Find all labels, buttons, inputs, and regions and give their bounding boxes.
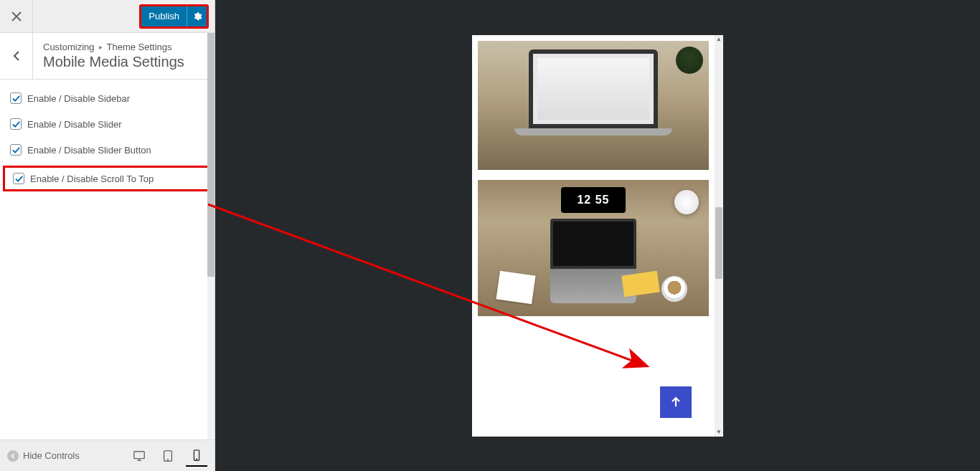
back-button[interactable] [0,33,33,79]
book-graphic [621,270,660,297]
hide-controls-button[interactable]: Hide Controls [7,450,80,462]
check-icon [15,175,23,183]
mobile-preview-frame: 12 55 ▲ ▼ [472,35,723,437]
lamp-graphic [674,190,699,214]
gear-icon [192,11,202,22]
control-label[interactable]: Enable / Disable Slider Button [27,145,151,156]
arrow-up-icon [669,396,682,409]
breadcrumb-root: Customizing [43,42,95,52]
close-customizer-button[interactable] [0,0,33,33]
sidebar-scrollbar[interactable] [207,33,215,439]
section-header: Customizing ▸ Theme Settings Mobile Medi… [0,33,215,80]
customizer-footer: Hide Controls [0,439,215,471]
mobile-content: 12 55 [478,41,709,431]
breadcrumb-parent: Theme Settings [107,42,172,52]
plant-graphic [676,47,703,74]
svg-rect-0 [134,451,144,458]
laptop-graphic [529,49,658,135]
mobile-icon [190,449,203,462]
control-label[interactable]: Enable / Disable Scroll To Top [30,173,154,184]
publish-group-highlight: Publish [139,4,209,29]
control-enable-sidebar: Enable / Disable Sidebar [0,85,215,111]
scrollbar-thumb[interactable] [207,33,215,277]
desktop-icon [133,449,146,462]
check-icon [12,146,20,154]
scroll-to-top-button[interactable] [660,386,692,418]
control-enable-slider: Enable / Disable Slider [0,111,215,137]
preview-area: 12 55 ▲ ▼ [215,0,980,471]
notepad-graphic [496,270,535,304]
checkbox-enable-slider[interactable] [10,118,22,130]
control-label[interactable]: Enable / Disable Sidebar [27,93,130,104]
svg-point-2 [168,459,169,460]
mobile-scrollbar[interactable]: ▲ ▼ [715,35,723,437]
scroll-down-arrow-icon[interactable]: ▼ [715,428,723,437]
coffee-cup-graphic [661,276,687,302]
publish-settings-button[interactable] [187,6,207,27]
close-icon [11,11,22,22]
control-enable-scroll-top: Enable / Disable Scroll To Top [3,166,212,191]
customizer-topbar: Publish [0,0,215,33]
publish-button[interactable]: Publish [141,6,187,27]
check-icon [12,120,20,128]
scrollbar-thumb[interactable] [715,207,722,279]
controls-list: Enable / Disable Sidebar Enable / Disabl… [0,80,215,439]
scroll-up-arrow-icon[interactable]: ▲ [715,35,723,44]
preview-image-laptop-desk [478,41,709,170]
customizer-sidebar: Publish Customizing ▸ Theme Settings Mob… [0,0,215,471]
check-icon [12,95,20,103]
checkbox-enable-slider-button[interactable] [10,144,22,156]
preview-image-workspace: 12 55 [478,180,709,316]
chevron-left-circle-icon [7,450,19,462]
chevron-right-icon: ▸ [99,43,103,51]
clock-display: 12 55 [561,187,626,213]
device-tablet-button[interactable] [157,445,179,467]
control-enable-slider-button: Enable / Disable Slider Button [0,137,215,163]
section-title: Mobile Media Settings [43,54,204,70]
tablet-icon [161,449,174,462]
svg-point-4 [197,458,197,459]
chevron-left-icon [13,51,20,61]
control-label[interactable]: Enable / Disable Slider [27,119,122,130]
checkbox-enable-scroll-top[interactable] [13,173,24,184]
device-mobile-button[interactable] [186,445,207,467]
device-desktop-button[interactable] [128,445,150,467]
hide-controls-label: Hide Controls [23,450,80,461]
breadcrumb: Customizing ▸ Theme Settings [43,42,204,52]
checkbox-enable-sidebar[interactable] [10,92,22,104]
